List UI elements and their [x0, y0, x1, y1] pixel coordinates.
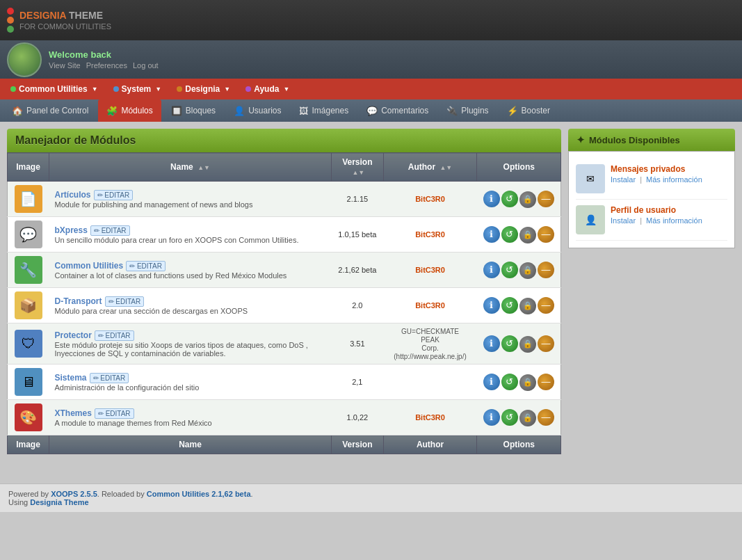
menu-system[interactable]: System ▼	[106, 81, 169, 97]
view-site-link[interactable]: View Site	[49, 61, 81, 70]
option-lock-articulos[interactable]: 🔒	[519, 191, 536, 208]
module-name-link-protector[interactable]: Protector	[55, 330, 92, 340]
edit-badge-sistema[interactable]: ✏ EDITAR	[90, 373, 129, 383]
modules-tbody: 📄Artículos✏ EDITARModule for publishing …	[8, 182, 561, 435]
mensajes-privados-install-link[interactable]: Instalar	[611, 175, 636, 184]
module-name-link-sistema[interactable]: Sistema	[55, 373, 87, 383]
option-lock-xthemes[interactable]: 🔒	[519, 410, 536, 426]
option-lock-d-transport[interactable]: 🔒	[519, 298, 536, 314]
table-row: 🔧Common Utilities✏ EDITARContainer a lot…	[8, 253, 561, 288]
menu-ayuda[interactable]: Ayuda ▼	[239, 81, 296, 97]
tf-name: Name	[49, 435, 332, 454]
option-lock-common-utilities[interactable]: 🔒	[519, 262, 536, 279]
user-bar: Welcome back View Site Preferences Log o…	[0, 40, 742, 79]
edit-badge-bxpress[interactable]: ✏ EDITAR	[90, 225, 130, 236]
protector-author-line-1: PEAK	[421, 336, 439, 344]
table-row: 🎨XThemes✏ EDITARA module to manage theme…	[8, 400, 561, 435]
subnav-usuarios-label: Usuarios	[248, 106, 281, 115]
edit-badge-articulos[interactable]: ✏ EDITAR	[94, 190, 134, 200]
footer: Powered by XOOPS 2.5.5. Reloaded by Comm…	[0, 483, 742, 512]
option-lock-protector[interactable]: 🔒	[519, 336, 536, 353]
option-remove-common-utilities[interactable]: —	[538, 262, 554, 278]
option-remove-articulos[interactable]: —	[538, 191, 554, 207]
subnav-plugins-label: Plugins	[461, 106, 488, 115]
subnav-usuarios[interactable]: 👤 Usuarios	[225, 99, 289, 122]
option-refresh-xthemes[interactable]: ↺	[501, 409, 518, 426]
footer-designia-link[interactable]: Designia Theme	[30, 498, 88, 506]
module-author-link-articulos[interactable]: BitC3R0	[415, 195, 445, 203]
edit-badge-common-utilities[interactable]: ✏ EDITAR	[126, 261, 166, 271]
logo-theme: THEME	[69, 10, 103, 21]
preferences-link[interactable]: Preferences	[86, 61, 127, 70]
perfil-usuario-more-link[interactable]: Más información	[646, 216, 702, 225]
option-info-d-transport[interactable]: ℹ	[483, 297, 500, 314]
mensajes-privados-title: Mensajes privados	[611, 164, 727, 174]
option-lock-bxpress[interactable]: 🔒	[519, 227, 536, 243]
th-author[interactable]: Author ▲▼	[383, 153, 477, 182]
subnav-panel-control[interactable]: 🏠 Panel de Control	[3, 99, 97, 122]
module-author-link-d-transport[interactable]: BitC3R0	[415, 301, 445, 310]
mensajes-privados-more-link[interactable]: Más información	[646, 175, 702, 184]
option-remove-xthemes[interactable]: —	[538, 409, 554, 426]
option-remove-bxpress[interactable]: —	[538, 226, 554, 243]
option-remove-sistema[interactable]: —	[538, 374, 554, 390]
edit-badge-d-transport[interactable]: ✏ EDITAR	[105, 296, 145, 307]
module-img-cell-common-utilities: 🔧	[8, 253, 49, 288]
menu-common-utilities-arrow: ▼	[92, 86, 98, 93]
subnav-bloques[interactable]: 🔲 Bloques	[163, 99, 224, 122]
module-options-articulos: ℹ↺🔒—	[477, 182, 561, 217]
option-refresh-common-utilities[interactable]: ↺	[501, 262, 518, 278]
option-remove-d-transport[interactable]: —	[538, 297, 554, 314]
option-info-common-utilities[interactable]: ℹ	[483, 262, 500, 278]
subnav-plugins[interactable]: 🔌 Plugins	[438, 99, 497, 122]
option-info-bxpress[interactable]: ℹ	[483, 226, 500, 243]
footer-common-utilities-link[interactable]: Common Utilities 2.1,62 beta	[147, 490, 251, 498]
option-info-sistema[interactable]: ℹ	[483, 374, 500, 390]
option-info-articulos[interactable]: ℹ	[483, 191, 500, 207]
option-refresh-d-transport[interactable]: ↺	[501, 297, 518, 314]
option-refresh-sistema[interactable]: ↺	[501, 374, 518, 390]
module-name-link-bxpress[interactable]: bXpress	[55, 225, 88, 235]
option-info-xthemes[interactable]: ℹ	[483, 409, 500, 426]
module-img-articulos: 📄	[15, 185, 42, 213]
module-version-xthemes: 1.0,22	[332, 400, 384, 435]
option-info-protector[interactable]: ℹ	[483, 335, 500, 352]
protector-author-line-2: Corp.(http://www.peak.ne.jp/)	[394, 344, 467, 360]
option-refresh-articulos[interactable]: ↺	[501, 191, 518, 207]
footer-xoops-link[interactable]: XOOPS 2.5.5	[51, 490, 97, 498]
subnav-imagenes[interactable]: 🖼 Imágenes	[291, 99, 357, 122]
option-lock-sistema[interactable]: 🔒	[519, 374, 536, 391]
subnav-comentarios[interactable]: 💬 Comentarios	[358, 99, 437, 122]
module-name-link-articulos[interactable]: Artículos	[55, 190, 91, 200]
module-name-cell-protector: Protector✏ EDITAREste módulo proteje su …	[49, 323, 332, 365]
subnav-modulos[interactable]: 🧩 Módulos	[98, 99, 161, 122]
module-name-cell-xthemes: XThemes✏ EDITARA module to manage themes…	[49, 400, 332, 435]
menu-common-utilities[interactable]: Common Utilities ▼	[3, 81, 105, 97]
menu-designia[interactable]: Designia ▼	[170, 81, 237, 97]
option-remove-protector[interactable]: —	[538, 335, 554, 352]
module-options-sistema: ℹ↺🔒—	[477, 365, 561, 400]
module-name-link-xthemes[interactable]: XThemes	[55, 408, 92, 418]
welcome-text: Welcome back	[49, 49, 728, 60]
option-refresh-protector[interactable]: ↺	[501, 335, 518, 352]
th-version[interactable]: Version ▲▼	[332, 153, 384, 182]
module-author-link-common-utilities[interactable]: BitC3R0	[415, 266, 445, 274]
module-version-common-utilities: 2.1,62 beta	[332, 253, 384, 288]
th-name[interactable]: Name ▲▼	[49, 153, 332, 182]
logout-link[interactable]: Log out	[133, 61, 159, 70]
edit-badge-protector[interactable]: ✏ EDITAR	[95, 330, 134, 341]
logo-text: DESIGNIA THEME FOR COMMON UTILITIES	[19, 9, 111, 31]
perfil-usuario-install-link[interactable]: Instalar	[611, 216, 636, 225]
module-author-link-xthemes[interactable]: BitC3R0	[415, 413, 445, 422]
subnav-imagenes-label: Imágenes	[312, 106, 348, 115]
subnav-booster[interactable]: ⚡ Booster	[499, 99, 558, 122]
module-name-cell-articulos: Artículos✏ EDITARModule for publishing a…	[49, 182, 332, 217]
module-author-articulos: BitC3R0	[383, 182, 477, 217]
module-name-link-d-transport[interactable]: D-Transport	[55, 296, 102, 306]
module-author-link-bxpress[interactable]: BitC3R0	[415, 230, 445, 239]
module-version-d-transport: 2.0	[332, 288, 384, 323]
module-name-link-common-utilities[interactable]: Common Utilities	[55, 261, 124, 271]
edit-badge-xthemes[interactable]: ✏ EDITAR	[95, 408, 134, 419]
option-refresh-bxpress[interactable]: ↺	[501, 226, 518, 243]
tf-version: Version	[332, 435, 384, 454]
